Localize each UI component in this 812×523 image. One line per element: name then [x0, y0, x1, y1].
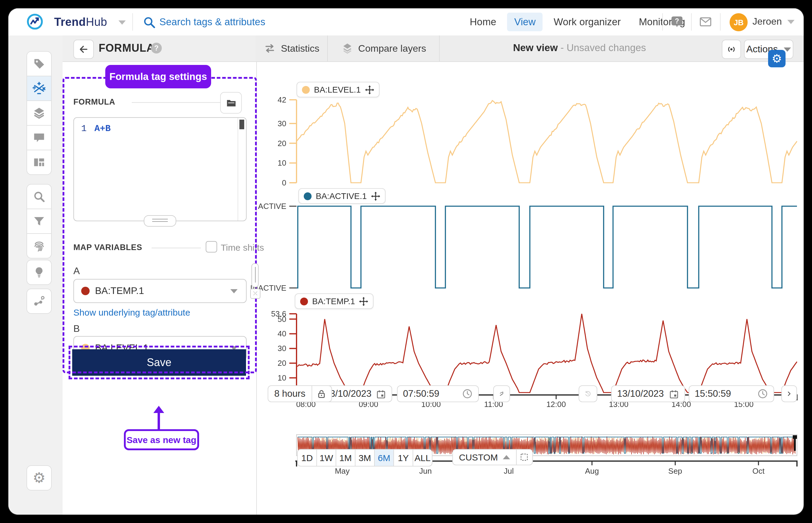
sidebar-item-formula[interactable]	[27, 76, 52, 101]
mail-icon[interactable]	[699, 16, 712, 28]
chevron-up-icon	[502, 455, 510, 459]
editor-scroll-track	[237, 118, 238, 221]
svg-text:ACTIVE: ACTIVE	[258, 202, 286, 211]
gear-icon: ⚙	[33, 471, 46, 485]
svg-text:Jun: Jun	[419, 467, 432, 475]
divider	[132, 13, 133, 31]
view-title-name: New view	[513, 42, 558, 53]
select-range-button[interactable]	[516, 450, 532, 465]
formula-icon	[33, 82, 46, 95]
overview-scrub-handle[interactable]	[794, 436, 796, 451]
sidebar-item-comment[interactable]	[27, 125, 52, 150]
clock-icon	[757, 388, 768, 399]
brand-dropdown-caret-icon[interactable]	[119, 20, 126, 25]
sidebar-item-lightbulb[interactable]	[27, 260, 52, 285]
range-button-6m[interactable]: 6M	[374, 449, 394, 467]
custom-range-button[interactable]: CUSTOM	[453, 450, 516, 465]
start-time-value: 07:50:59	[403, 388, 439, 399]
brand-light: Hub	[86, 16, 107, 28]
range-button-1d[interactable]: 1D	[297, 449, 317, 467]
range-button-all[interactable]: ALL	[412, 449, 433, 467]
range-button-1y[interactable]: 1Y	[393, 449, 413, 467]
filter-icon	[33, 215, 46, 228]
screen: TrendHub Search tags & attributes HomeVi…	[0, 0, 812, 523]
legend-ba-active-1[interactable]: BA:ACTIVE.1	[298, 188, 386, 204]
divider	[720, 13, 721, 31]
range-button-3m[interactable]: 3M	[355, 449, 375, 467]
variable-a-value: BA:TEMP.1	[95, 286, 144, 296]
formula-editor[interactable]: 1 A+B	[73, 117, 247, 221]
interpolation-button[interactable]	[493, 385, 510, 402]
reset-time-button[interactable]	[579, 385, 597, 402]
editor-code: A+B	[94, 124, 111, 134]
help-circle-icon[interactable]: ?	[151, 43, 162, 54]
search-input[interactable]: Search tags & attributes	[159, 16, 265, 28]
variable-b-name: B	[73, 323, 80, 334]
chart-settings-button[interactable]: ⚙	[768, 50, 785, 67]
nav-item-work-organizer[interactable]: Work organizer	[546, 13, 628, 31]
selection-box-icon	[520, 453, 529, 462]
compare-layers-button[interactable]: Compare layers	[333, 35, 435, 61]
user-dropdown-caret-icon[interactable]	[787, 20, 795, 24]
sidebar-item-tag[interactable]	[27, 51, 52, 76]
help-icon[interactable]: ?	[670, 15, 684, 29]
back-button[interactable]	[73, 40, 94, 59]
time-shifts-checkbox[interactable]	[206, 241, 217, 252]
range-button-1w[interactable]: 1W	[316, 449, 336, 467]
tag-icon	[33, 57, 46, 70]
panel-resize-handle[interactable]	[251, 263, 259, 287]
end-date-button[interactable]: 13/10/2023	[611, 385, 685, 402]
lock-duration-button[interactable]	[311, 386, 331, 401]
editor-resize-handle[interactable]	[144, 215, 176, 227]
show-underlying-link-a[interactable]: Show underlying tag/attribute	[73, 307, 190, 318]
arrow-left-icon	[78, 44, 89, 55]
editor-scroll-thumb[interactable]	[240, 120, 244, 129]
chart-level: 010203042	[278, 95, 797, 187]
sidebar-item-fingerprint[interactable]	[27, 233, 52, 258]
live-mode-button[interactable]	[722, 40, 741, 59]
chart-active: ACTIVEINACTIVE	[250, 202, 797, 292]
search-icon	[33, 190, 46, 203]
main-nav: HomeViewWork organizerMonitoring	[462, 12, 692, 32]
sidebar-item-layers[interactable]	[27, 101, 52, 126]
range-button-1m[interactable]: 1M	[336, 449, 355, 467]
sidebar-group	[27, 184, 51, 258]
sidebar-item-search[interactable]	[27, 184, 52, 209]
nav-item-home[interactable]: Home	[462, 13, 504, 31]
svg-text:30: 30	[278, 119, 286, 128]
end-time-button[interactable]: 15:50:59	[689, 385, 774, 402]
legend-ba-level-1[interactable]: BA:LEVEL.1	[297, 82, 379, 97]
annotation-arrow-line	[158, 412, 160, 430]
sidebar-item-dashboard[interactable]	[27, 150, 52, 175]
duration-group: 8 hours	[268, 385, 332, 402]
avatar[interactable]: JB	[729, 13, 748, 31]
pan-right-button[interactable]	[781, 385, 797, 402]
sidebar-item-nodes[interactable]	[27, 289, 52, 314]
open-formula-folder-button[interactable]	[220, 92, 242, 114]
legend-ba-temp-1[interactable]: BA:TEMP.1	[295, 293, 374, 309]
swap-arrows-icon	[264, 43, 276, 54]
statistics-button[interactable]: Statistics	[261, 35, 323, 61]
custom-label: CUSTOM	[459, 452, 498, 462]
duration-button[interactable]: 8 hours	[268, 386, 311, 401]
move-icon	[371, 192, 380, 200]
panel-title: FORMULA	[99, 42, 155, 55]
app-window: TrendHub Search tags & attributes HomeVi…	[8, 8, 804, 515]
start-time-button[interactable]: 07:50:59	[397, 385, 479, 402]
map-variables-label: MAP VARIABLES	[73, 243, 142, 252]
gear-icon: ⚙	[772, 52, 782, 66]
svg-text:42: 42	[278, 95, 286, 104]
custom-range-group: CUSTOM	[452, 449, 533, 465]
search-icon[interactable]	[143, 16, 156, 29]
view-status: - Unsaved changes	[561, 42, 646, 53]
variable-a-select[interactable]: BA:TEMP.1	[73, 279, 247, 303]
sidebar-item-settings[interactable]: ⚙	[27, 465, 52, 490]
lock-icon	[316, 389, 326, 399]
panel-collapse-button[interactable]: ⤫	[250, 289, 261, 299]
user-name[interactable]: Jeroen	[753, 16, 782, 27]
save-button[interactable]: Save	[72, 349, 246, 376]
tag-color-dot	[81, 287, 90, 295]
sidebar-item-filter[interactable]	[27, 209, 52, 234]
nav-item-view[interactable]: View	[507, 13, 543, 31]
svg-text:Jul: Jul	[504, 467, 514, 475]
